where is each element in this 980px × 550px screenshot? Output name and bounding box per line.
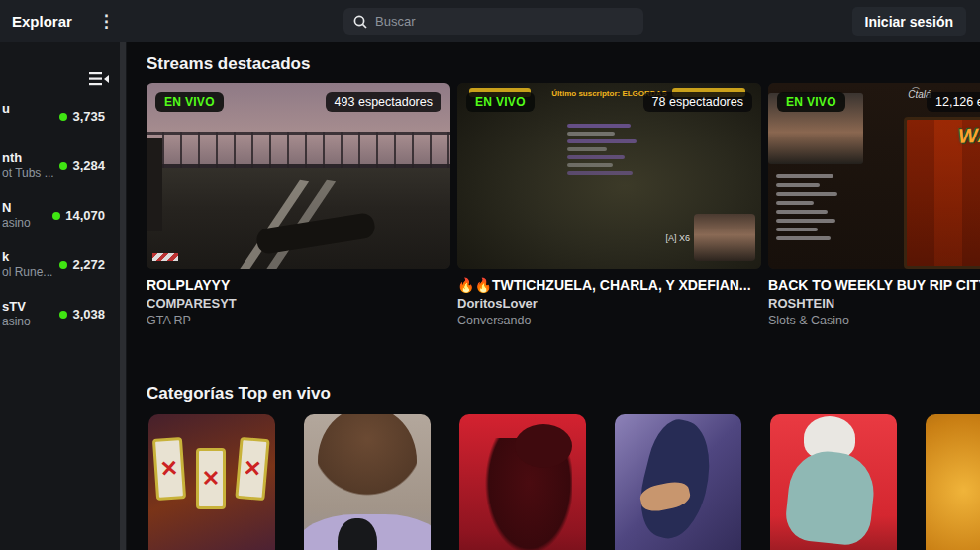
live-dot-icon <box>52 212 60 220</box>
stream-category[interactable]: Slots & Casino <box>768 314 980 327</box>
overlay-text: [A] X6 <box>665 233 690 243</box>
chat-overlay <box>776 174 845 245</box>
live-badge: EN VIVO <box>466 92 535 112</box>
stream-thumbnail: C͡talá WANTED EN VIVO 12,126 espectadore… <box>768 83 980 269</box>
sidebar-channel-4[interactable]: k ol Rune... 2,272 <box>0 247 119 291</box>
stream-title[interactable]: BACK TO WEEKLY BUY RIP CITY <box>768 277 980 293</box>
sidebar-scrollbar[interactable] <box>120 42 126 550</box>
channel-name: nth <box>2 150 22 165</box>
stream-title[interactable]: 🔥🔥TWTICHZUELA, CHARLA, Y XDEFIAN... <box>457 277 761 293</box>
login-button[interactable]: Iniciar sesión <box>852 7 966 36</box>
stream-thumbnail: Último suscriptor: ELGORDAS [A] X6 EN VI… <box>457 83 761 269</box>
search-input[interactable] <box>375 14 634 29</box>
live-dot-icon <box>59 113 67 121</box>
slot-game-title: WANTED <box>958 121 980 147</box>
channel-name: N <box>2 200 11 215</box>
facecam <box>694 214 755 261</box>
viewer-count: 3,284 <box>72 158 105 173</box>
category-card-gold[interactable]: M <box>926 414 980 550</box>
featured-heading: Streams destacados <box>147 54 310 74</box>
viewer-count: 14,070 <box>65 208 105 223</box>
viewer-count: 2,272 <box>72 257 105 272</box>
category-card-valorant[interactable]: VALORANT <box>770 414 897 550</box>
live-badge: EN VIVO <box>777 92 845 112</box>
thumbnail-art <box>152 253 178 261</box>
kebab-menu-icon[interactable]: ⋮ <box>98 13 115 30</box>
category-card-fortnite[interactable]: FORTNITE <box>615 414 741 550</box>
chat-overlay <box>567 124 646 179</box>
channel-category: ot Tubs ... <box>2 166 54 180</box>
explore-button[interactable]: Explorar <box>12 13 72 30</box>
live-dot-icon <box>59 162 67 170</box>
category-art <box>318 414 417 515</box>
stream-category[interactable]: GTA RP <box>147 314 450 327</box>
live-dot-icon <box>59 311 67 319</box>
sidebar-channel-3[interactable]: N asino 14,070 <box>0 198 119 241</box>
sidebar-channel-1[interactable]: u 3,735 <box>0 99 119 142</box>
stream-thumbnail: EN VIVO 493 espectadores <box>147 83 450 269</box>
category-card-just-chatting[interactable]: JUST <box>304 414 431 550</box>
viewer-count: 3,735 <box>72 109 105 124</box>
category-art: ✕ <box>196 448 226 509</box>
category-art <box>783 448 877 547</box>
stream-card-3[interactable]: C͡talá WANTED EN VIVO 12,126 espectadore… <box>768 83 980 327</box>
category-card-slots[interactable]: ✕ ✕ ✕ SLOTS & <box>148 414 275 550</box>
category-art: ✕ <box>235 437 269 501</box>
stream-channel[interactable]: DoritosLover <box>457 296 761 311</box>
sidebar-channel-2[interactable]: nth ot Tubs ... 3,284 <box>0 148 119 192</box>
page: Explorar ⋮ Iniciar sesión u 3,735 <box>0 0 980 550</box>
category-art: ✕ <box>152 437 186 501</box>
stream-card-1[interactable]: EN VIVO 493 espectadores ROLPLAYYY COMPA… <box>147 83 450 327</box>
channel-category: asino <box>2 216 31 229</box>
top-nav: Explorar ⋮ Iniciar sesión <box>0 0 980 42</box>
category-art <box>515 424 572 468</box>
live-badge: EN VIVO <box>155 92 224 112</box>
stream-channel[interactable]: ROSHTEIN <box>768 296 980 311</box>
sidebar-channel-5[interactable]: sTV asino 3,038 <box>0 297 119 340</box>
viewer-count: 3,038 <box>72 307 105 321</box>
stream-title[interactable]: ROLPLAYYY <box>147 277 450 293</box>
categories-heading: Categorías Top en vivo <box>147 384 331 404</box>
viewers-badge: 12,126 espectadores <box>927 92 980 112</box>
thumbnail-art <box>147 138 162 231</box>
stream-category[interactable]: Conversando <box>457 314 761 327</box>
thumbnail-art <box>147 132 450 169</box>
channel-name: k <box>2 249 9 264</box>
channel-category: ol Rune... <box>2 265 52 279</box>
live-dot-icon <box>59 261 67 269</box>
channel-category: asino <box>2 315 31 328</box>
search-box[interactable] <box>343 8 643 35</box>
viewers-badge: 78 espectadores <box>643 92 752 112</box>
stream-card-2[interactable]: Último suscriptor: ELGORDAS [A] X6 EN VI… <box>457 83 761 327</box>
sidebar: u 3,735 nth ot Tubs ... 3,284 N asino 14… <box>0 42 127 550</box>
search-icon <box>353 15 367 29</box>
viewers-badge: 493 espectadores <box>326 92 441 112</box>
channel-name: u <box>2 101 10 116</box>
category-card-call-of-duty[interactable]: CALL·DUTY <box>459 414 586 550</box>
channel-name: sTV <box>2 299 26 314</box>
category-art <box>631 414 721 545</box>
collapse-sidebar-icon[interactable] <box>89 71 109 91</box>
stream-channel[interactable]: COMPARESYT <box>147 296 450 311</box>
